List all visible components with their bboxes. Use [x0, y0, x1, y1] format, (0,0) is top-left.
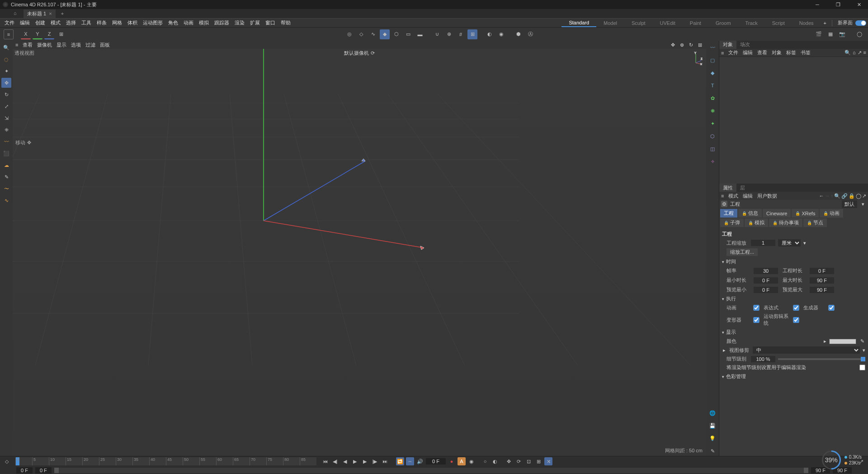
menu-character[interactable]: 角色 — [165, 19, 181, 27]
particle-tool-icon[interactable]: ❋ — [708, 106, 717, 116]
attr-search-icon[interactable]: 🔍 — [834, 193, 840, 199]
text-tool-icon[interactable]: T — [708, 81, 717, 90]
field-tool-icon[interactable]: ✿ — [708, 93, 717, 103]
max-input[interactable] — [810, 277, 834, 284]
create-floor-icon[interactable]: ▬ — [415, 29, 425, 39]
history-icon[interactable]: ≡ — [4, 29, 14, 39]
key-rot-icon[interactable]: ◐ — [491, 457, 499, 465]
menu-mode[interactable]: 模式 — [48, 19, 63, 27]
primitive-cube-icon[interactable]: ◆ — [708, 68, 717, 78]
play-icon[interactable]: ▶ — [351, 457, 359, 465]
axis-x-toggle[interactable]: X — [21, 29, 31, 39]
color-expand-icon[interactable]: ▸ — [824, 338, 826, 344]
menu-animate[interactable]: 动画 — [181, 19, 196, 27]
create-spline-icon[interactable]: ∿ — [368, 29, 378, 39]
step-fwd-icon[interactable]: ▶ — [361, 457, 369, 465]
layout-script[interactable]: Script — [765, 19, 792, 27]
menu-volume[interactable]: 体积 — [125, 19, 140, 27]
bulb-icon[interactable]: 💡 — [708, 433, 717, 443]
home-icon[interactable]: ⌂ — [14, 10, 20, 17]
render-lod-check[interactable] — [859, 365, 865, 370]
gen-check[interactable] — [828, 305, 835, 311]
timeline-ruler[interactable]: 051015202530354045505560657075808590 — [15, 457, 316, 465]
trim-expand-icon[interactable]: ▸ — [722, 347, 726, 353]
min-input[interactable] — [754, 277, 778, 284]
key-shuffle-icon[interactable]: ⤨ — [544, 457, 552, 465]
create-cube-icon[interactable]: ◇ — [356, 29, 366, 39]
range-ruler[interactable] — [54, 468, 808, 473]
frame-input[interactable] — [426, 458, 446, 465]
key-diamond-icon[interactable]: ◇ — [3, 457, 11, 465]
attr-menu-edit[interactable]: 编辑 — [743, 193, 753, 199]
close-tab-icon[interactable]: × — [49, 11, 52, 16]
menu-tools[interactable]: 工具 — [79, 19, 94, 27]
dropper-icon[interactable]: ✎ — [859, 338, 865, 345]
node-tool-icon[interactable]: ✧ — [708, 156, 717, 166]
menu-window[interactable]: 窗口 — [263, 19, 278, 27]
add-layout-button[interactable]: + — [821, 20, 829, 26]
step-back-icon[interactable]: ◀ — [341, 457, 349, 465]
menu-spline[interactable]: 样条 — [94, 19, 109, 27]
live-select-icon[interactable]: ◌ — [1, 54, 11, 64]
attr-up-icon[interactable]: ↑ — [831, 193, 834, 199]
snap-workplane-icon[interactable]: ⊞ — [467, 29, 477, 39]
place-tool-icon[interactable]: ⇲ — [1, 113, 11, 123]
attr-link-icon[interactable]: 🔗 — [841, 193, 848, 199]
autokey-icon[interactable]: A — [458, 457, 466, 465]
trim-select[interactable]: 中 — [753, 346, 860, 354]
subtab-project[interactable]: 工程 — [720, 209, 737, 218]
option-a-icon[interactable]: ◐ — [485, 29, 495, 39]
axis-gizmo-icon[interactable]: Y Z X — [689, 52, 703, 65]
rect-tool-icon[interactable]: ▢ — [708, 55, 717, 65]
brush-tool-icon[interactable]: 〰 — [1, 137, 11, 147]
subtab-todo[interactable]: 🔒待办事项 — [769, 218, 802, 227]
menu-mograph[interactable]: 运动图形 — [140, 19, 165, 27]
loop-icon[interactable]: 🔁 — [396, 457, 404, 465]
arrange-tool-icon[interactable]: ⁜ — [1, 125, 11, 135]
menu-extensions[interactable]: 扩展 — [247, 19, 263, 27]
obj-expand-icon[interactable]: ↗ — [858, 50, 862, 56]
objects-menu-edit[interactable]: 编辑 — [743, 49, 753, 56]
attr-circle-icon[interactable]: ◯ — [856, 193, 861, 199]
viewport-camera-label[interactable]: 默认摄像机 ⟳ — [344, 50, 374, 57]
section-colormgmt-toggle[interactable]: ▾色彩管理 — [722, 372, 865, 381]
layout-sculpt[interactable]: Sculpt — [624, 19, 653, 27]
cloner-tool-icon[interactable]: ✦ — [708, 118, 717, 128]
step-back-keyframe-icon[interactable]: ◀| — [331, 457, 339, 465]
coords-toggle-icon[interactable]: ⊞ — [56, 29, 66, 39]
render-view-icon[interactable]: ▦ — [826, 29, 835, 39]
tab-objects[interactable]: 对象 — [719, 41, 736, 49]
trim-dropdown-icon[interactable]: ▾ — [863, 347, 865, 353]
viewport-3d[interactable]: 透视视图 默认摄像机 ⟳ Y Z X — [13, 49, 706, 456]
camera-tool-icon[interactable]: ⬡ — [708, 131, 717, 141]
vp-nav-maximize-icon[interactable]: ⊞ — [696, 41, 703, 48]
menu-select[interactable]: 选择 — [63, 19, 79, 27]
move-tool-icon[interactable]: ✥ — [1, 78, 11, 88]
render-settings-icon[interactable]: 🎬 — [814, 29, 824, 39]
layout-groom[interactable]: Groom — [708, 19, 738, 27]
subtab-xrefs[interactable]: 🔒XRefs — [792, 209, 819, 218]
window-maximize-button[interactable]: ❐ — [832, 2, 844, 8]
layout-track[interactable]: Track — [738, 19, 765, 27]
new-ui-toggle[interactable] — [855, 20, 866, 26]
menu-edit[interactable]: 编辑 — [17, 19, 33, 27]
option-c-icon[interactable]: ⬢ — [514, 29, 524, 39]
option-b-icon[interactable]: ◉ — [496, 29, 506, 39]
menu-create[interactable]: 创建 — [33, 19, 48, 27]
fps-input[interactable] — [754, 268, 778, 274]
vp-menu-view[interactable]: 查看 — [23, 42, 33, 48]
subtab-cineware[interactable]: Cineware — [763, 209, 791, 218]
vp-menu-display[interactable]: 显示 — [57, 42, 66, 48]
range-display-start[interactable]: 0 F — [35, 467, 52, 474]
vp-nav-orbit-icon[interactable]: ↻ — [687, 41, 694, 48]
key-pla-icon[interactable]: ⊞ — [534, 457, 542, 465]
vp-menu-panel[interactable]: 面板 — [100, 42, 110, 48]
scale-input[interactable] — [751, 240, 775, 246]
pmax-input[interactable] — [810, 287, 834, 293]
window-minimize-button[interactable]: ─ — [811, 2, 824, 8]
attr-expand-icon[interactable]: ↗ — [862, 193, 866, 199]
subtab-bullet[interactable]: 🔒子弹 — [720, 218, 744, 227]
menu-simulate[interactable]: 模拟 — [196, 19, 212, 27]
obj-home-icon[interactable]: ⌂ — [853, 50, 856, 56]
key-param-icon[interactable]: ⟳ — [514, 457, 523, 465]
